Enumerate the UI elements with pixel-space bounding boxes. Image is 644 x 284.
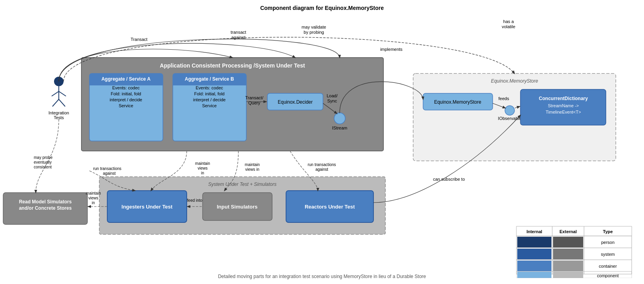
legend-person-external	[553, 237, 583, 247]
svg-text:interpret / decide: interpret / decide	[193, 97, 226, 102]
may-probe-label: may probe	[34, 155, 53, 160]
maintain-views-2-label: maintain	[245, 162, 260, 167]
read-model-label: Read Model Simulators	[19, 199, 72, 205]
page-title: Component diagram for Equinox.MemoryStor…	[0, 0, 644, 11]
legend-container-internal	[517, 261, 551, 271]
istream-circle	[334, 113, 345, 124]
implements-label: implements	[380, 47, 403, 52]
iobservable-circle	[505, 106, 514, 115]
integration-tests-label: Integration	[48, 110, 69, 115]
legend-container-external	[553, 261, 583, 271]
svg-text:Service: Service	[119, 103, 133, 108]
svg-text:Service: Service	[202, 103, 217, 108]
run-trans-1-label: run transactions	[93, 166, 121, 171]
sys-sim-label: System Under Test + Simulators	[208, 182, 277, 187]
concurrent-dict-label: ConcurrentDictionary	[539, 96, 588, 101]
has-volatile-label: has a	[503, 19, 514, 24]
svg-text:against: against	[103, 171, 116, 176]
legend-person-type: person	[601, 240, 615, 245]
svg-text:Query: Query	[248, 100, 260, 105]
legend-system-internal	[517, 249, 551, 259]
maintain-views-label: maintain	[195, 161, 210, 166]
svg-text:by probing: by probing	[304, 30, 324, 35]
run-trans-2-label: run transactions	[307, 162, 336, 167]
memory-store-label: Equinox.MemoryStore	[434, 99, 482, 105]
iobservable-label: IObservable	[498, 116, 521, 121]
legend-person-internal	[517, 237, 551, 247]
svg-text:views in: views in	[245, 167, 259, 172]
feed-into-label: feed into	[187, 198, 203, 203]
legend-system-type: system	[601, 252, 615, 257]
input-sim-label: Input Simulators	[217, 204, 258, 210]
legend-system-external	[553, 249, 583, 259]
legend-container-type: container	[599, 264, 617, 269]
svg-text:eventually: eventually	[34, 160, 52, 164]
diagram-container: Component diagram for Equinox.MemoryStor…	[0, 0, 644, 284]
svg-text:consistent: consistent	[34, 165, 52, 169]
svg-text:against: against	[315, 167, 328, 172]
load-sync-label: Load/	[327, 93, 338, 98]
decider-label: Equinox.Decider	[278, 99, 313, 105]
integration-tests-leg-r	[59, 99, 65, 106]
page-footer: Detailed moving parts for an integration…	[0, 274, 644, 279]
feeds-label: feeds	[499, 96, 509, 101]
transact-against-label: transact	[230, 30, 246, 35]
transact-query-label: Transact/	[245, 95, 263, 100]
maintain-views-rm-label: maintain	[86, 191, 101, 195]
service-a-label: Aggregate / Service A	[101, 76, 151, 82]
diagram-svg: Application Consistent Processing /Syste…	[0, 12, 644, 278]
svg-text:views: views	[197, 166, 207, 170]
legend-type-header: Type	[603, 229, 613, 234]
may-validate-label: may validate	[302, 25, 326, 29]
svg-text:in: in	[201, 171, 204, 175]
service-b-label: Aggregate / Service B	[185, 76, 234, 82]
integration-tests-leg-l	[52, 99, 59, 106]
svg-text:Fold: initial, fold: Fold: initial, fold	[194, 91, 224, 96]
can-subscribe-label: can subscribe to	[433, 177, 465, 182]
legend-internal-header: Internal	[526, 229, 542, 234]
integration-tests-arm-l	[52, 91, 59, 96]
svg-text:in: in	[92, 201, 95, 205]
legend-external-header: External	[559, 229, 576, 234]
svg-text:and/or Concrete Stores: and/or Concrete Stores	[19, 205, 72, 211]
istream-label: IStream	[332, 126, 348, 130]
svg-text:Fold: initial, fold: Fold: initial, fold	[111, 91, 141, 96]
service-a-sub: Events: codec	[112, 85, 140, 90]
integration-tests-arm-r	[59, 91, 66, 96]
svg-text:volatile: volatile	[502, 24, 515, 29]
transact-label: Transact	[131, 37, 147, 42]
reactors-label: Reactors Under Test	[305, 204, 355, 210]
ingesters-label: Ingesters Under Test	[122, 204, 173, 210]
svg-text:interpret / decide: interpret / decide	[110, 97, 142, 102]
svg-text:Events: codec: Events: codec	[195, 85, 223, 90]
svg-text:Sync: Sync	[327, 99, 337, 103]
equinox-mem-label: Equinox.MemoryStore	[491, 78, 538, 84]
svg-text:StreamName ->: StreamName ->	[548, 103, 579, 108]
app-container-label: Application Consistent Processing /Syste…	[160, 62, 305, 69]
svg-text:views: views	[88, 196, 98, 200]
svg-text:TimelineEvent<T>: TimelineEvent<T>	[546, 110, 581, 114]
